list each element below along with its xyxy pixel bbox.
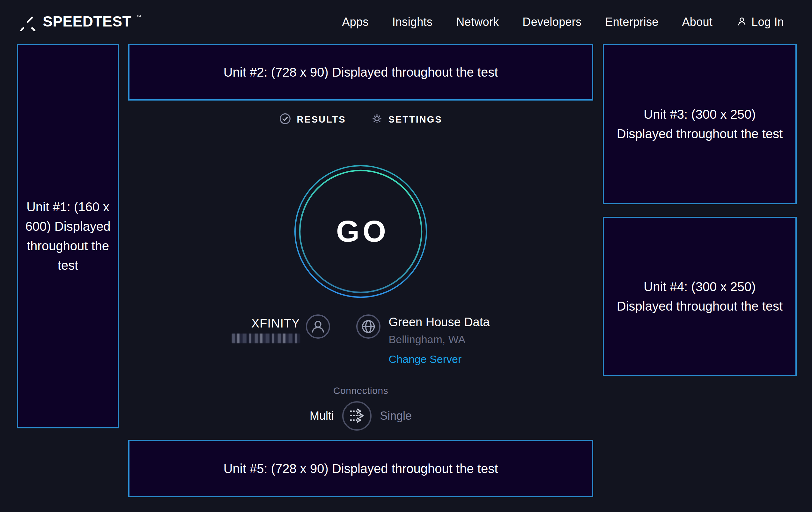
gear-icon [371,113,383,126]
check-circle-icon [279,113,291,126]
ad-unit-2-text: Unit #2: (728 x 90) Displayed throughout… [224,62,498,82]
nav-item-apps[interactable]: Apps [342,15,368,29]
login-label: Log In [751,15,784,29]
nav-item-network[interactable]: Network [456,15,499,29]
ad-unit-5-text: Unit #5: (728 x 90) Displayed throughout… [224,459,498,479]
server-block: Green House Data Bellingham, WA Change S… [356,315,490,366]
tab-results-label: RESULTS [297,114,346,125]
connections-toggle-button[interactable] [342,401,372,431]
isp-name[interactable]: XFINITY [251,316,300,330]
ad-unit-1-skyscraper: Unit #1: (160 x 600) Displayed throughou… [17,44,119,428]
go-button-label: GO [294,164,428,298]
ad-unit-3-text: Unit #3: (300 x 250) Displayed throughou… [615,105,784,144]
redacted-ip-block [232,333,300,343]
login-button[interactable]: Log In [736,15,784,29]
tab-results[interactable]: RESULTS [279,113,346,126]
ad-unit-4-text: Unit #4: (300 x 250) Displayed throughou… [615,277,784,316]
speedtest-gauge-icon [18,11,38,32]
person-icon [736,16,748,28]
ad-unit-2-leaderboard: Unit #2: (728 x 90) Displayed throughout… [128,44,593,101]
connections-multi-option[interactable]: Multi [310,409,334,423]
ad-unit-3-rectangle: Unit #3: (300 x 250) Displayed throughou… [603,44,797,204]
nav-item-enterprise[interactable]: Enterprise [605,15,658,29]
connections-label: Connections [333,385,388,396]
ad-unit-5-leaderboard: Unit #5: (728 x 90) Displayed throughout… [128,440,593,497]
server-location: Bellingham, WA [389,333,466,346]
connections-single-option[interactable]: Single [380,409,412,423]
nav-item-insights[interactable]: Insights [392,15,433,29]
tab-settings[interactable]: SETTINGS [371,113,442,126]
ad-unit-4-rectangle: Unit #4: (300 x 250) Displayed throughou… [603,217,797,376]
server-name: Green House Data [389,315,490,329]
globe-icon [356,315,380,339]
nav-item-developers[interactable]: Developers [522,15,581,29]
top-nav-bar: SPEEDTEST ™ Apps Insights Network Develo… [0,0,812,44]
isp-server-row: XFINITY Green House Data Belling [232,315,490,366]
tab-settings-label: SETTINGS [388,114,442,125]
logo-wordmark: SPEEDTEST [43,11,132,31]
logo-trademark: ™ [137,14,141,19]
main-nav: Apps Insights Network Developers Enterpr… [342,15,784,29]
isp-person-icon [306,315,330,339]
multi-arrows-icon [344,402,370,430]
connections-toggle-row: Multi Single [310,401,412,431]
ad-unit-1-text: Unit #1: (160 x 600) Displayed throughou… [24,197,112,275]
go-button[interactable]: GO [294,164,428,298]
isp-block: XFINITY [232,315,330,343]
change-server-link[interactable]: Change Server [389,353,462,366]
results-settings-tabs: RESULTS SETTINGS [279,112,442,127]
speedtest-main-panel: RESULTS SETTINGS [128,101,593,431]
nav-item-about[interactable]: About [682,15,713,29]
speedtest-logo[interactable]: SPEEDTEST ™ [18,11,141,32]
